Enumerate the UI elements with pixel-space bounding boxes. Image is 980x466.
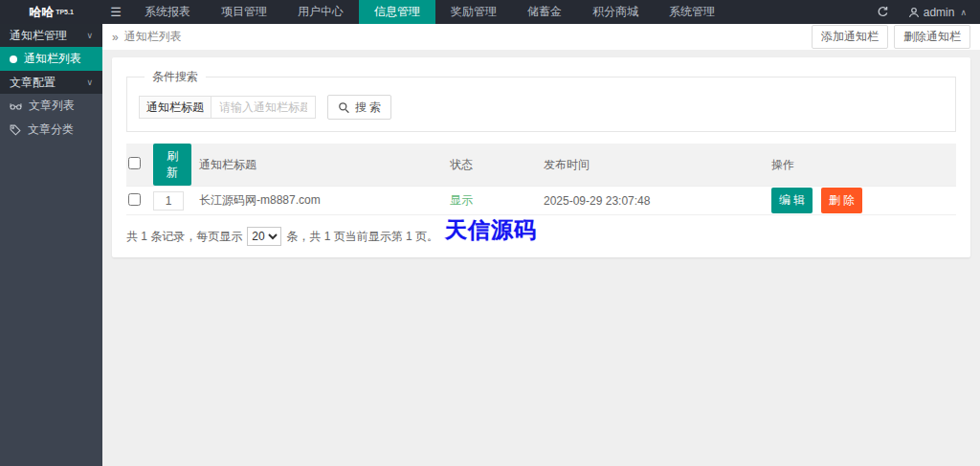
breadcrumb: » 通知栏列表	[112, 29, 182, 45]
top-menu: 系统报表 项目管理 用户中心 信息管理 奖励管理 储蓄金 积分商城 系统管理	[129, 0, 730, 24]
pagination-suffix-text: 条，共 1 页当前显示第 1 页。	[286, 229, 438, 245]
sidebar-item-article-list[interactable]: 文章列表	[0, 94, 102, 118]
sidebar-item-article-list-label: 文章列表	[29, 98, 75, 114]
read-icon	[10, 100, 22, 111]
notice-table: 刷 新 通知栏标题 状态 发布时间 操作 长江源码网-m8887.com 显示 …	[126, 144, 956, 215]
table-row: 长江源码网-m8887.com 显示 2025-09-29 23:07:48 编…	[126, 187, 956, 215]
app-logo[interactable]: 哈哈 TP5.1	[0, 0, 102, 24]
search-fieldset: 条件搜索 通知栏标题 搜 索	[126, 69, 956, 132]
row-checkbox[interactable]	[128, 193, 141, 206]
menu-info-management[interactable]: 信息管理	[359, 0, 435, 24]
tag-icon	[10, 124, 21, 136]
sidebar-group-article-label: 文章配置	[10, 75, 56, 91]
menu-system-report[interactable]: 系统报表	[129, 0, 206, 24]
sidebar-group-notice-label: 通知栏管理	[10, 28, 67, 44]
topbar: 哈哈 TP5.1 ☰ 系统报表 项目管理 用户中心 信息管理 奖励管理 储蓄金 …	[0, 0, 980, 24]
delete-button[interactable]: 删 除	[821, 188, 862, 213]
menu-system[interactable]: 系统管理	[654, 0, 730, 24]
menu-user-center[interactable]: 用户中心	[282, 0, 359, 24]
add-notice-button[interactable]: 添加通知栏	[812, 25, 888, 49]
sidebar-item-article-category-label: 文章分类	[28, 122, 74, 138]
refresh-button[interactable]: 刷 新	[153, 144, 191, 186]
username: admin	[924, 6, 955, 19]
menu-project[interactable]: 项目管理	[206, 0, 282, 24]
breadcrumb-bar: » 通知栏列表 添加通知栏 删除通知栏	[102, 24, 980, 50]
pagination-total-text: 共 1 条记录，每页显示	[126, 229, 242, 245]
search-row: 通知栏标题 搜 索	[139, 95, 944, 120]
breadcrumb-separator-icon: »	[112, 31, 119, 44]
topbar-right: admin ∧	[877, 0, 980, 24]
sort-order-input[interactable]	[153, 191, 184, 211]
column-header-status: 状态	[446, 144, 540, 187]
menu-reward[interactable]: 奖励管理	[435, 0, 512, 24]
sidebar-group-notice[interactable]: 通知栏管理 ∨	[0, 24, 102, 47]
refresh-icon[interactable]	[877, 6, 889, 18]
chevron-down-icon: ∨	[86, 78, 93, 87]
search-legend: 条件搜索	[145, 69, 206, 85]
sidebar-item-notice-list-label: 通知栏列表	[24, 51, 81, 67]
column-header-publish-time: 发布时间	[540, 144, 768, 187]
column-header-title: 通知栏标题	[195, 144, 446, 187]
search-icon	[338, 101, 350, 114]
main-content: » 通知栏列表 添加通知栏 删除通知栏 条件搜索 通知栏标题 搜 索	[102, 24, 980, 466]
sidebar-group-article[interactable]: 文章配置 ∨	[0, 71, 102, 94]
logo-badge: TP5.1	[56, 9, 74, 15]
content-card: 条件搜索 通知栏标题 搜 索 刷 新 通知栏标题	[112, 57, 970, 257]
sidebar-item-notice-list[interactable]: 通知栏列表	[0, 47, 102, 71]
page-actions: 添加通知栏 删除通知栏	[812, 25, 970, 49]
menu-savings[interactable]: 储蓄金	[512, 0, 577, 24]
user-menu[interactable]: admin ∧	[908, 6, 967, 19]
search-button[interactable]: 搜 索	[327, 95, 391, 120]
table-header-row: 刷 新 通知栏标题 状态 发布时间 操作	[126, 144, 956, 187]
page-title: 通知栏列表	[124, 29, 182, 45]
pagination: 共 1 条记录，每页显示 20 条，共 1 页当前显示第 1 页。	[126, 227, 956, 246]
person-icon	[908, 7, 920, 18]
edit-button[interactable]: 编 辑	[771, 188, 813, 213]
sidebar-item-article-category[interactable]: 文章分类	[0, 118, 102, 142]
search-label: 通知栏标题	[139, 96, 211, 119]
caret-up-icon: ∧	[960, 8, 967, 17]
menu-points-mall[interactable]: 积分商城	[577, 0, 654, 24]
status-toggle-link[interactable]: 显示	[450, 193, 473, 207]
dot-icon	[10, 55, 17, 63]
chevron-down-icon: ∨	[86, 31, 93, 40]
notice-title-cell: 长江源码网-m8887.com	[195, 187, 446, 215]
select-all-checkbox[interactable]	[128, 157, 141, 169]
column-header-actions: 操作	[768, 144, 956, 187]
delete-notice-button[interactable]: 删除通知栏	[894, 25, 970, 49]
hamburger-icon[interactable]: ☰	[102, 0, 129, 24]
sidebar: 通知栏管理 ∨ 通知栏列表 文章配置 ∨ 文章列表 文章分类	[0, 24, 102, 466]
logo-text: 哈哈	[29, 4, 54, 21]
watermark: 天信源码	[445, 215, 537, 245]
page-size-select[interactable]: 20	[247, 227, 281, 246]
publish-time-cell: 2025-09-29 23:07:48	[540, 187, 768, 215]
search-input[interactable]	[211, 96, 316, 119]
search-button-label: 搜 索	[355, 100, 381, 116]
